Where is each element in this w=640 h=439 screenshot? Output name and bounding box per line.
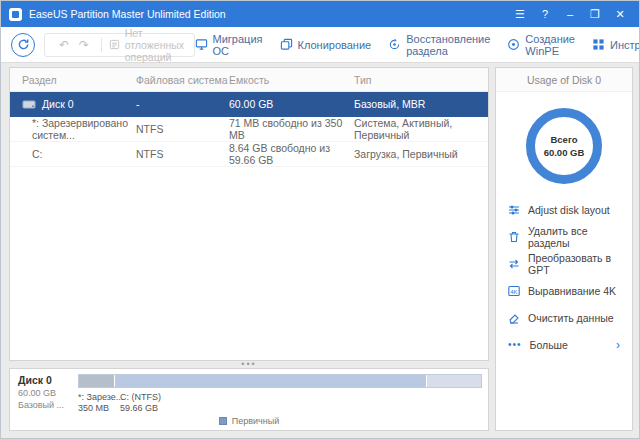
- alignment-4k-label: Выравнивание 4K: [528, 285, 616, 297]
- delete-all-partitions-label: Удалить все разделы: [528, 225, 620, 249]
- row-filesystem: NTFS: [136, 123, 229, 135]
- wipe-data-label: Очистить данные: [528, 312, 614, 324]
- primary-partition-swatch: [219, 417, 227, 425]
- row-capacity: 71 MB свободно из 350 MB: [229, 117, 354, 141]
- disk-map-size: 60.00 GB: [18, 388, 76, 398]
- redo-button[interactable]: ↷: [74, 38, 94, 52]
- convert-arrows-icon: [508, 258, 520, 270]
- partition-size: 350 MB: [78, 403, 109, 413]
- wipe-data-button[interactable]: Очистить данные: [496, 304, 632, 331]
- eraser-icon: [508, 312, 520, 324]
- disk-bar-segment-c-drive[interactable]: [115, 375, 427, 387]
- disk-bar: [78, 374, 482, 388]
- more-dots-icon: •••: [508, 339, 522, 350]
- disk-map-kind: Базовый ...: [18, 400, 76, 410]
- window-title: EaseUS Partition Master Unlimited Editio…: [29, 8, 226, 20]
- tools-menu-button[interactable]: Инструменты ∨: [592, 38, 640, 51]
- row-type: Система, Активный, Первичный: [354, 117, 488, 141]
- toolbar: ↶ ↷ Нет отложенных операций: [1, 27, 639, 63]
- clone-button[interactable]: Клонирование: [280, 38, 372, 51]
- toolbar-divider: [101, 38, 102, 52]
- partition-label: C: (NTFS): [120, 392, 161, 402]
- table-row-system-reserved[interactable]: *: Зарезервировано систем... NTFS 71 MB …: [10, 117, 488, 142]
- easeus-logo-icon: [9, 8, 22, 21]
- title-bar: EaseUS Partition Master Unlimited Editio…: [1, 1, 639, 27]
- panel-splitter-handle[interactable]: •••: [9, 360, 489, 368]
- winpe-disc-icon: [507, 38, 520, 51]
- pending-operations: Нет отложенных операций: [109, 27, 185, 63]
- refresh-button[interactable]: [11, 33, 35, 57]
- row-filesystem: NTFS: [136, 148, 229, 160]
- history-group: ↶ ↷ Нет отложенных операций: [44, 33, 195, 57]
- refresh-icon: [17, 38, 30, 51]
- window-controls: ☰ ? – ❒ ✕: [509, 4, 631, 24]
- alignment-4k-button[interactable]: 4K Выравнивание 4K: [496, 277, 632, 304]
- row-capacity: 8.64 GB свободно из 59.66 GB: [229, 142, 354, 166]
- partition-size: 59.66 GB: [120, 403, 158, 413]
- tools-grid-icon: [592, 38, 605, 51]
- row-type: Загрузка, Первичный: [354, 148, 488, 160]
- close-icon[interactable]: ✕: [609, 4, 631, 24]
- help-icon[interactable]: ?: [534, 4, 556, 24]
- column-header-partition: Раздел: [10, 74, 136, 86]
- more-button[interactable]: ••• Больше ›: [496, 331, 632, 358]
- sidebar-title: Usage of Disk 0: [496, 68, 632, 92]
- sidebar-actions: Adjust disk layout Удалить все разделы П…: [496, 196, 632, 358]
- partition-recovery-icon: [388, 38, 401, 51]
- disk-map-name: Диск 0: [18, 374, 80, 386]
- 4k-alignment-icon: 4K: [508, 285, 520, 297]
- row-partition-name: C:: [32, 148, 43, 160]
- partition-recovery-button[interactable]: Восстановление раздела: [388, 33, 490, 57]
- migrate-os-button[interactable]: Миграция ОС: [195, 33, 263, 57]
- trash-icon: [508, 231, 520, 243]
- partition-table: Раздел Файловая система Емкость Тип Диск…: [9, 67, 489, 361]
- legend-label: Первичный: [232, 416, 279, 426]
- clone-label: Клонирование: [298, 39, 372, 51]
- adjust-layout-icon: [508, 204, 520, 216]
- minimize-icon[interactable]: –: [559, 4, 581, 24]
- app-window: EaseUS Partition Master Unlimited Editio…: [0, 0, 640, 439]
- clone-icon: [280, 38, 293, 51]
- toolbar-actions: Миграция ОС Клонирование: [195, 33, 640, 57]
- column-header-capacity: Емкость: [229, 74, 354, 86]
- disk-drive-icon: [22, 98, 36, 110]
- donut-total-value: 60.00 GB: [544, 147, 585, 158]
- row-partition-name: *: Зарезервировано систем...: [32, 117, 136, 141]
- donut-total-label: Всего: [550, 134, 577, 145]
- create-winpe-button[interactable]: Создание WinPE: [507, 33, 575, 57]
- convert-to-gpt-label: Преобразовать в GPT: [528, 252, 620, 276]
- disk-usage-donut: Всего 60.00 GB: [526, 108, 602, 184]
- pending-operations-label: Нет отложенных операций: [125, 27, 185, 63]
- column-header-filesystem: Файловая система: [136, 74, 229, 86]
- maximize-icon[interactable]: ❒: [584, 4, 606, 24]
- pending-list-icon: [109, 39, 120, 50]
- row-filesystem: -: [136, 98, 229, 110]
- os-migration-icon: [195, 38, 208, 51]
- disk-map-panel: Диск 0 60.00 GB Базовый ... *: Зарезе...…: [9, 368, 489, 431]
- legend: Первичный: [10, 416, 488, 426]
- partition-label: *: Зарезе...: [78, 392, 123, 402]
- undo-button[interactable]: ↶: [54, 38, 74, 52]
- table-header: Раздел Файловая система Емкость Тип: [10, 68, 488, 92]
- row-partition-name: Диск 0: [42, 98, 74, 110]
- tools-label: Инструменты: [610, 39, 640, 51]
- usage-sidebar: Usage of Disk 0 Всего 60.00 GB Adjust di…: [495, 67, 633, 431]
- table-row-c-drive[interactable]: C: NTFS 8.64 GB свободно из 59.66 GB Заг…: [10, 142, 488, 167]
- disk-bar-segment-system-reserved[interactable]: [79, 375, 115, 387]
- create-winpe-label: Создание WinPE: [525, 33, 575, 57]
- chevron-right-icon: ›: [616, 338, 620, 352]
- disk-bar-segment-free: [427, 375, 481, 387]
- disk-info: Диск 0 60.00 GB Базовый ...: [18, 374, 80, 410]
- menu-icon[interactable]: ☰: [509, 4, 531, 24]
- convert-to-gpt-button[interactable]: Преобразовать в GPT: [496, 250, 632, 277]
- migrate-os-label: Миграция ОС: [213, 33, 263, 57]
- delete-all-partitions-button[interactable]: Удалить все разделы: [496, 223, 632, 250]
- adjust-disk-layout-label: Adjust disk layout: [528, 204, 610, 216]
- row-type: Базовый, MBR: [354, 98, 488, 110]
- row-capacity: 60.00 GB: [229, 98, 354, 110]
- svg-text:4K: 4K: [510, 288, 517, 294]
- adjust-disk-layout-button[interactable]: Adjust disk layout: [496, 196, 632, 223]
- partition-recovery-label: Восстановление раздела: [406, 33, 490, 57]
- table-row-disk0[interactable]: Диск 0 - 60.00 GB Базовый, MBR: [10, 92, 488, 117]
- column-header-type: Тип: [354, 74, 488, 86]
